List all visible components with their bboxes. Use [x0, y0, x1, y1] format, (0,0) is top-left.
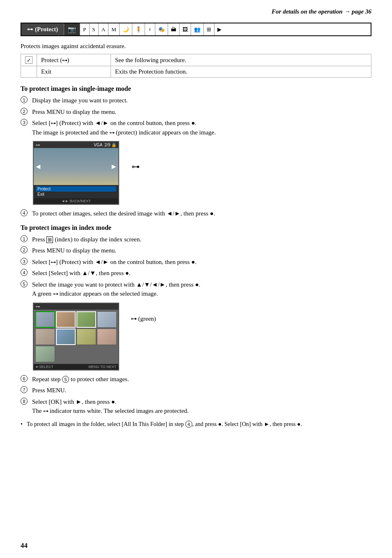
step-text-1: Display the image you want to protect.: [32, 97, 128, 104]
step-text-5b: Select the image you want to protect wit…: [32, 281, 201, 297]
step-number-1: 1: [21, 96, 28, 104]
step-text-3b: Select [⊶] (Protect) with ◄/► on the con…: [32, 259, 196, 265]
section2-steps-cont: 6 Repeat step 5 to protect other images.…: [21, 375, 371, 416]
intro-text: Protects images against accidental erasu…: [21, 43, 371, 50]
option-desc-protect: See the following procedure.: [111, 54, 371, 66]
cam-right-arrow-icon: ►: [110, 162, 118, 171]
index-next-label: MENU TO NEXT: [88, 365, 116, 369]
mode-A: A: [98, 23, 108, 35]
mode-night: 🌙: [119, 23, 132, 35]
index-thumb-8: [97, 329, 117, 345]
list-item: 8 Select [OK] with ►, then press ●. The …: [21, 397, 371, 416]
step-text-2: Press MENU to display the menu.: [32, 109, 116, 115]
camera-screen-single: ⊶ VGA 2/9 🔒 ◄ ► Protect Exit ◄► BACK/NEX…: [33, 141, 119, 205]
list-item: 7 Press MENU.: [21, 386, 371, 395]
table-row: ✓ Protect (⊶) See the following procedur…: [21, 54, 371, 66]
list-item: 4 To protect other images, select the de…: [21, 209, 371, 218]
cam-menu-exit: Exit: [36, 192, 116, 197]
index-grid: [34, 310, 118, 364]
step-text-2b: Press MENU to display the menu.: [32, 247, 116, 254]
cam-vga-label: VGA 2/9 🔒: [94, 143, 116, 147]
page-reference: For details on the operation → page 36: [21, 8, 371, 15]
mode-person1: 🧍: [132, 23, 145, 35]
table-row: Exit Exits the Protection function.: [21, 66, 371, 78]
checkmark-icon: ✓: [25, 56, 32, 64]
index-thumb-1: [35, 311, 55, 328]
index-thumb-5: [35, 329, 55, 345]
mode-person2: ♀: [145, 23, 155, 35]
index-top-bar: ⊶: [34, 303, 118, 310]
step-number-6b: 6: [21, 375, 28, 383]
mode-P: P: [80, 23, 89, 35]
protect-indicator-single: ⊶: [127, 162, 140, 171]
cam-bottom-bar: ◄► BACK/NEXT: [34, 198, 118, 204]
index-thumb-3: [76, 311, 96, 328]
mode-playback: ▶: [214, 23, 224, 35]
index-screen-demo: ⊶ ● SELECT MENU TO NEXT ⊶ (green): [33, 303, 371, 370]
option-label-protect: Protect (⊶): [37, 54, 111, 66]
section2-steps: 1 Press ⊞ (index) to display the index s…: [21, 235, 371, 299]
step-number-4: 4: [21, 209, 28, 217]
option-desc-exit: Exits the Protection function.: [111, 66, 371, 78]
step-number-8b: 8: [21, 397, 28, 405]
index-bottom-bar: ● SELECT MENU TO NEXT: [34, 364, 118, 370]
section1-step4: 4 To protect other images, select the de…: [21, 209, 371, 218]
section1-heading: To protect images in single-image mode: [21, 85, 371, 93]
list-item: 1 Display the image you want to protect.: [21, 96, 371, 105]
mode-landscape: 🖼: [179, 23, 191, 35]
step-text-1b: Press ⊞ (index) to display the index scr…: [32, 236, 141, 243]
step-number-2: 2: [21, 107, 28, 116]
mode-camera: 📷: [64, 23, 80, 35]
protect-key-icon: ⊶: [27, 26, 33, 33]
section1-steps: 1 Display the image you want to protect.…: [21, 96, 371, 137]
option-label-exit: Exit: [37, 66, 111, 78]
index-thumb-9: [35, 346, 55, 362]
cam-menu-protect: Protect: [36, 186, 116, 192]
list-item: 1 Press ⊞ (index) to display the index s…: [21, 235, 371, 244]
bullet-note: To protect all images in the folder, sel…: [21, 420, 371, 428]
list-item: 6 Repeat step 5 to protect other images.: [21, 375, 371, 384]
step-number-3b: 3: [21, 257, 28, 266]
feature-title: ⊶ (Protect): [21, 23, 64, 35]
step-text-4: To protect other images, select the desi…: [32, 210, 215, 217]
cam-top-bar: ⊶ VGA 2/9 🔒: [34, 142, 118, 148]
cam-protect-badge: ⊶: [36, 143, 40, 147]
camera-screen-index: ⊶ ● SELECT MENU TO NEXT: [33, 303, 119, 370]
index-thumb-7: [76, 329, 96, 345]
mode-M: M: [108, 23, 119, 35]
section2-heading: To protect images in index mode: [21, 224, 371, 232]
mode-scene1: 🎭: [155, 23, 168, 35]
page-number: 44: [21, 542, 28, 550]
cam-menu-overlay: Protect Exit: [34, 185, 118, 198]
step-text-7b: Press MENU.: [32, 387, 66, 394]
step-number-7b: 7: [21, 386, 28, 394]
mode-scene2: 🏔: [168, 23, 179, 35]
step-number-2b: 2: [21, 246, 28, 254]
index-thumb-4: [97, 311, 117, 328]
mode-S: S: [89, 23, 98, 35]
list-item: 3 Select [⊶] (Protect) with ◄/► on the c…: [21, 257, 371, 267]
mode-index: ⊞: [203, 23, 214, 35]
option-icon-exit: [21, 66, 37, 78]
list-item: 2 Press MENU to display the menu.: [21, 246, 371, 255]
list-item: 4 Select [Select] with ▲/▼, then press ●…: [21, 269, 371, 278]
index-thumb-6: [56, 329, 76, 345]
step-text-4b: Select [Select] with ▲/▼, then press ●.: [32, 270, 131, 276]
step-text-6b: Repeat step 5 to protect other images.: [32, 376, 129, 382]
step-number-5b: 5: [21, 280, 28, 288]
feature-title-text: (Protect): [35, 26, 58, 33]
feature-header-bar: ⊶ (Protect) 📷 P S A M 🌙 🧍 ♀ 🎭 🏔 🖼 👥 ⊞ ▶: [21, 23, 371, 36]
protect-indicator-index: ⊶ (green): [127, 315, 156, 322]
cam-image-area: ◄ ►: [34, 148, 118, 185]
index-thumb-2: [56, 311, 76, 328]
step-text-3: Select [⊶] (Protect) with ◄/► on the con…: [32, 120, 216, 136]
options-table: ✓ Protect (⊶) See the following procedur…: [21, 54, 371, 78]
list-item: 3 Select [⊶] (Protect) with ◄/► on the c…: [21, 118, 371, 137]
list-item: 5 Select the image you want to protect w…: [21, 280, 371, 299]
step-number-3: 3: [21, 118, 28, 127]
index-select-label: ● SELECT: [36, 365, 53, 369]
step-text-8b: Select [OK] with ►, then press ●. The ⊶ …: [32, 398, 189, 414]
mode-group: 👥: [191, 23, 203, 35]
option-icon-protect: ✓: [21, 54, 37, 66]
step-number-1b: 1: [21, 235, 28, 243]
